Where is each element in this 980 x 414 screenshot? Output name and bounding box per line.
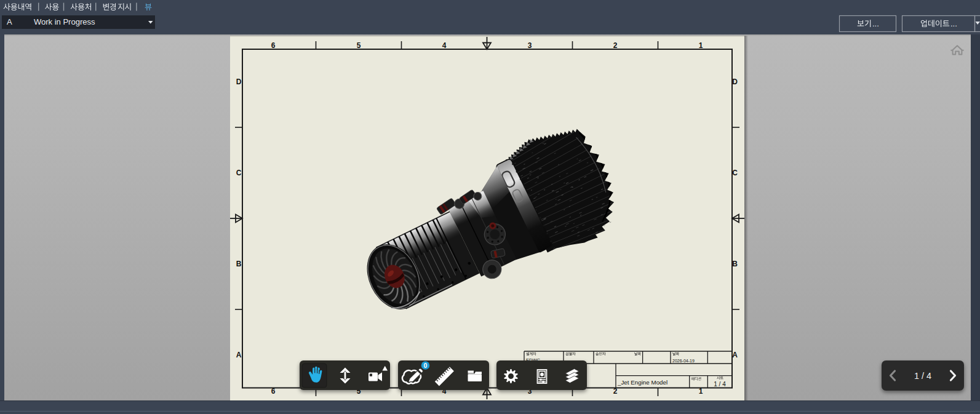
svg-text:...: ... bbox=[872, 19, 879, 28]
svg-text:B: B bbox=[732, 260, 738, 268]
svg-text:1 / 4: 1 / 4 bbox=[914, 371, 931, 381]
svg-text:1: 1 bbox=[699, 41, 703, 50]
svg-text:0: 0 bbox=[424, 362, 428, 369]
svg-text:2: 2 bbox=[613, 387, 618, 396]
svg-text:_Jet Engine Model: _Jet Engine Model bbox=[617, 379, 667, 386]
svg-text:2026-04-19: 2026-04-19 bbox=[672, 359, 695, 363]
svg-text:6: 6 bbox=[271, 387, 276, 396]
svg-text:B: B bbox=[236, 260, 242, 268]
svg-text:5: 5 bbox=[357, 41, 361, 50]
svg-text:D: D bbox=[732, 78, 738, 86]
svg-text:2: 2 bbox=[613, 41, 618, 50]
svg-text:...: ... bbox=[950, 19, 957, 28]
svg-text:A: A bbox=[236, 351, 242, 359]
svg-text:6: 6 bbox=[271, 41, 276, 50]
svg-text:C: C bbox=[236, 169, 242, 177]
svg-text:1: 1 bbox=[699, 387, 703, 396]
svg-text:4: 4 bbox=[442, 41, 447, 50]
svg-text:D: D bbox=[236, 78, 242, 86]
svg-text:1 / 4: 1 / 4 bbox=[714, 381, 726, 388]
svg-text:C: C bbox=[732, 169, 738, 177]
svg-text:A: A bbox=[732, 351, 738, 359]
svg-text:3: 3 bbox=[528, 41, 532, 50]
